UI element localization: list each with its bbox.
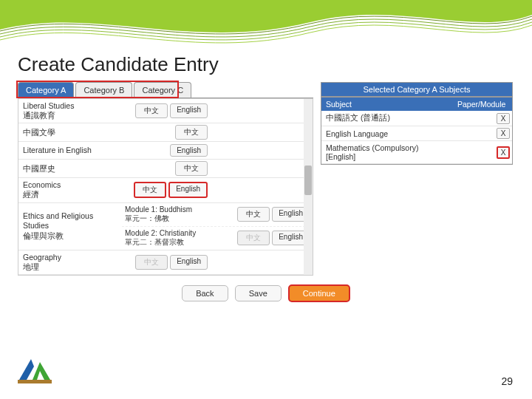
- col-paper: Paper/Module: [453, 98, 512, 111]
- subject-name: Geography地理: [18, 250, 122, 274]
- lang-cn-button[interactable]: 中文: [175, 125, 208, 140]
- category-tabs: Category A Category B Category C: [18, 82, 313, 98]
- subject-name: 中國歷史: [18, 162, 122, 176]
- bottom-buttons: Back Save Continue: [0, 276, 532, 302]
- back-button[interactable]: Back: [182, 285, 228, 301]
- selected-table: Subject Paper/Module 中國語文 (普通話) X Englis…: [321, 97, 513, 165]
- selected-subject: 中國語文 (普通話): [321, 111, 450, 126]
- subject-name: Ethics and Religious Studies倫理與宗教: [18, 209, 122, 242]
- subject-list: Liberal Studies通識教育 中文 English 中國文學 中文 L…: [18, 98, 313, 276]
- page-number: 29: [501, 375, 513, 387]
- save-button[interactable]: Save: [235, 285, 282, 301]
- tab-category-b[interactable]: Category B: [75, 82, 132, 98]
- selected-row: 中國語文 (普通話) X: [321, 111, 512, 126]
- subject-row: Geography地理 中文 English: [18, 250, 313, 275]
- left-panel: Category A Category B Category C Liberal…: [18, 82, 313, 276]
- wave-header: [0, 0, 532, 44]
- selected-paper: [450, 150, 494, 154]
- scrollbar-thumb[interactable]: [304, 166, 312, 195]
- lang-cn-button[interactable]: 中文: [135, 255, 168, 270]
- subject-row: Economics經濟 中文 English: [18, 178, 313, 202]
- remove-button[interactable]: X: [497, 128, 510, 139]
- lang-cn-button[interactable]: 中文: [175, 161, 208, 176]
- right-panel: Selected Category A Subjects Subject Pap…: [321, 82, 513, 276]
- lang-en-button[interactable]: English: [170, 255, 208, 270]
- selected-row: English Language X: [321, 126, 512, 141]
- selected-header: Selected Category A Subjects: [321, 82, 513, 97]
- lang-cn-button[interactable]: 中文: [237, 231, 270, 245]
- subject-name: Liberal Studies通識教育: [18, 99, 122, 123]
- selected-row: Mathematics (Compulsory) [English] X: [321, 141, 512, 164]
- module-label: Module 2: Christianity單元二：基督宗教: [122, 227, 224, 250]
- col-subject: Subject: [321, 98, 453, 111]
- subject-name: Literature in English: [18, 143, 122, 157]
- eaa-logo-icon: [18, 356, 52, 386]
- module-label: Module 1: Buddhism單元一：佛教: [122, 203, 224, 226]
- subject-row: Ethics and Religious Studies倫理與宗教 Module…: [18, 203, 313, 250]
- selected-subject: English Language: [321, 127, 450, 140]
- continue-button[interactable]: Continue: [288, 284, 350, 302]
- scrollbar[interactable]: [304, 99, 313, 275]
- page-title: Create Candidate Entry: [0, 44, 532, 82]
- subject-name: 中國文學: [18, 126, 122, 140]
- selected-columns: Subject Paper/Module: [321, 98, 512, 111]
- tab-category-c[interactable]: Category C: [134, 82, 191, 98]
- tab-category-a[interactable]: Category A: [18, 82, 74, 98]
- selected-subject: Mathematics (Compulsory) [English]: [321, 141, 450, 163]
- svg-rect-0: [18, 380, 52, 383]
- selected-paper: [450, 132, 494, 136]
- lang-en-button[interactable]: English: [170, 103, 208, 118]
- lang-cn-button[interactable]: 中文: [237, 207, 270, 222]
- selected-paper: [450, 116, 494, 120]
- lang-en-button[interactable]: English: [170, 144, 208, 157]
- lang-en-button[interactable]: English: [168, 182, 208, 198]
- lang-cn-button[interactable]: 中文: [134, 182, 166, 198]
- subject-row: 中國文學 中文: [18, 123, 313, 142]
- subject-row: Literature in English English: [18, 142, 313, 160]
- subject-row: 中國歷史 中文: [18, 160, 313, 178]
- subject-row: Liberal Studies通識教育 中文 English: [18, 99, 313, 123]
- lang-cn-button[interactable]: 中文: [135, 103, 168, 118]
- remove-button[interactable]: X: [497, 146, 510, 159]
- remove-button[interactable]: X: [497, 113, 510, 124]
- subject-name: Economics經濟: [18, 178, 122, 202]
